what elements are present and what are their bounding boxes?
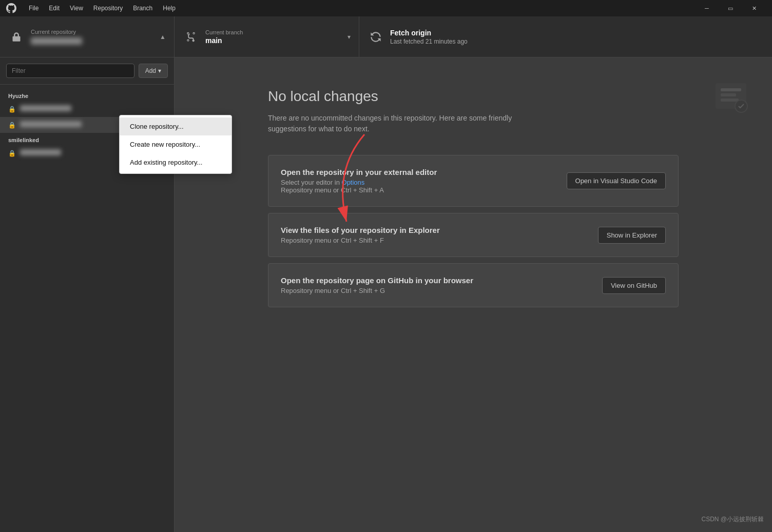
action-card-editor-subtitle: Select your editor in Options Repository… (281, 179, 554, 194)
content-subtitle: There are no uncommitted changes in this… (268, 113, 679, 134)
menu-branch[interactable]: Branch (129, 4, 157, 13)
title-bar: File Edit View Repository Branch Help ─ … (0, 0, 772, 16)
action-card-github-subtitle: Repository menu or Ctrl + Shift + G (281, 287, 590, 294)
fetch-sublabel: Last fetched 21 minutes ago (390, 38, 764, 45)
action-card-editor-text: Open the repository in your external edi… (281, 168, 554, 194)
branch-chevron-icon: ▾ (348, 33, 351, 41)
subtitle-part2: suggestions for what to do next. (268, 125, 370, 133)
lock-repo-icon (8, 29, 25, 45)
fetch-text: Fetch origin Last fetched 21 minutes ago (390, 29, 764, 45)
toolbar: Current repository ▲ Current branch main… (0, 16, 772, 57)
content-area: No local changes There are no uncommitte… (175, 57, 772, 532)
content-title: No local changes (268, 88, 679, 105)
github-logo-icon (6, 3, 16, 13)
menu-view[interactable]: View (66, 4, 87, 13)
branch-icon (183, 29, 199, 45)
maximize-button[interactable]: ▭ (719, 0, 742, 16)
no-local-changes: No local changes There are no uncommitte… (268, 88, 679, 313)
editor-shortcut: Repository menu or Ctrl + Shift + A (281, 186, 384, 194)
current-branch-label: Current branch (205, 29, 343, 35)
menu-bar: File Edit View Repository Branch Help (25, 4, 180, 13)
action-card-explorer-title: View the files of your repository in Exp… (281, 226, 586, 234)
section-header-hyuzhe: Hyuzhe (0, 89, 174, 101)
action-card-explorer-subtitle: Repository menu or Ctrl + Shift + F (281, 237, 586, 244)
current-repo-value (31, 36, 156, 44)
explorer-subtitle-text: Repository menu or Ctrl + Shift + F (281, 237, 384, 244)
current-repo-section[interactable]: Current repository ▲ (0, 16, 175, 57)
lock-icon-2: 🔒 (8, 122, 16, 129)
filter-input[interactable] (6, 64, 134, 78)
close-button[interactable]: ✕ (742, 0, 766, 16)
current-branch-value: main (205, 36, 343, 45)
current-repo-text: Current repository (31, 29, 156, 44)
menu-edit[interactable]: Edit (45, 4, 64, 13)
title-bar-left: File Edit View Repository Branch Help (6, 3, 180, 13)
add-button[interactable]: Add ▾ (139, 64, 168, 78)
illustration (710, 78, 751, 114)
repo-chevron-icon: ▲ (160, 33, 166, 41)
window-controls: ─ ▭ ✕ (695, 0, 766, 16)
fetch-icon (368, 29, 384, 45)
add-chevron-icon: ▾ (158, 67, 161, 74)
sidebar-header: Add ▾ (0, 57, 174, 85)
action-card-github-text: Open the repository page on GitHub in yo… (281, 276, 590, 294)
action-card-github-title: Open the repository page on GitHub in yo… (281, 276, 590, 285)
main-layout: Add ▾ Hyuzhe 🔒 🔒 smilelinked 🔒 (0, 57, 772, 532)
dropdown-clone[interactable]: Clone repository... (120, 117, 231, 135)
subtitle-part1: There are no uncommitted changes in this… (268, 114, 512, 122)
view-on-github-button[interactable]: View on GitHub (602, 277, 666, 294)
repo-name-1 (20, 105, 166, 113)
dropdown-menu: Clone repository... Create new repositor… (119, 115, 232, 174)
action-card-editor-title: Open the repository in your external edi… (281, 168, 554, 176)
watermark: CSDN @小远披荆斩棘 (701, 515, 764, 524)
action-card-explorer: View the files of your repository in Exp… (268, 213, 679, 257)
editor-subtitle-text: Select your editor in (281, 179, 342, 186)
show-in-explorer-button[interactable]: Show in Explorer (598, 227, 666, 244)
svg-rect-3 (721, 98, 739, 102)
add-button-label: Add (145, 67, 156, 74)
menu-repository[interactable]: Repository (89, 4, 127, 13)
current-repo-label: Current repository (31, 29, 156, 35)
action-card-github: Open the repository page on GitHub in yo… (268, 263, 679, 307)
minimize-button[interactable]: ─ (695, 0, 719, 16)
action-card-explorer-text: View the files of your repository in Exp… (281, 226, 586, 244)
fetch-label: Fetch origin (390, 29, 764, 37)
options-link[interactable]: Options (342, 179, 365, 186)
svg-rect-1 (721, 88, 741, 91)
current-branch-text: Current branch main (205, 29, 343, 45)
fetch-origin-section[interactable]: Fetch origin Last fetched 21 minutes ago (359, 16, 772, 57)
svg-rect-2 (721, 93, 736, 96)
action-card-editor: Open the repository in your external edi… (268, 155, 679, 207)
dropdown-create[interactable]: Create new repository... (120, 135, 231, 153)
dropdown-add-existing[interactable]: Add existing repository... (120, 153, 231, 171)
github-subtitle-text: Repository menu or Ctrl + Shift + G (281, 287, 385, 294)
lock-icon-3: 🔒 (8, 150, 16, 157)
menu-help[interactable]: Help (159, 4, 180, 13)
lock-icon-1: 🔒 (8, 106, 16, 113)
sidebar: Add ▾ Hyuzhe 🔒 🔒 smilelinked 🔒 (0, 57, 175, 532)
open-vscode-button[interactable]: Open in Visual Studio Code (567, 172, 666, 189)
current-branch-section[interactable]: Current branch main ▾ (175, 16, 359, 57)
menu-file[interactable]: File (25, 4, 43, 13)
